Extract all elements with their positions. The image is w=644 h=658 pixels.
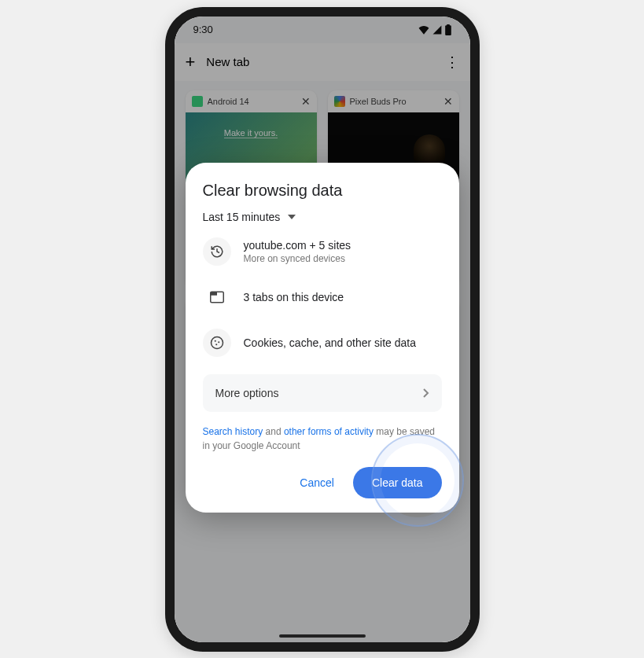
more-options-label: More options	[215, 387, 279, 399]
item-primary: youtube.com + 5 sites	[244, 239, 351, 252]
clear-data-button[interactable]: Clear data	[353, 467, 442, 498]
search-history-link[interactable]: Search history	[203, 426, 263, 437]
history-icon	[203, 237, 231, 266]
history-item: youtube.com + 5 sites More on synced dev…	[203, 237, 442, 266]
activity-link[interactable]: other forms of activity	[284, 426, 374, 437]
tabs-item: 3 tabs on this device	[203, 283, 442, 311]
dialog-title: Clear browsing data	[203, 182, 442, 200]
svg-point-7	[215, 344, 217, 345]
chevron-down-icon	[288, 215, 296, 219]
tab-icon	[203, 283, 231, 311]
cancel-button[interactable]: Cancel	[295, 470, 339, 495]
phone-frame: 9:30 + New tab ⋮ Android 14 ✕ Make it yo…	[165, 7, 480, 652]
svg-point-6	[218, 341, 219, 343]
cookie-icon	[203, 329, 231, 357]
item-secondary: More on synced devices	[244, 253, 351, 264]
item-primary: Cookies, cache, and other site data	[244, 336, 416, 349]
item-primary: 3 tabs on this device	[244, 291, 344, 303]
time-range-label: Last 15 minutes	[203, 211, 281, 223]
time-range-dropdown[interactable]: Last 15 minutes	[203, 211, 442, 223]
clear-browsing-data-dialog: Clear browsing data Last 15 minutes yout…	[186, 163, 459, 513]
nav-handle[interactable]	[279, 634, 366, 638]
more-options-button[interactable]: More options	[203, 374, 442, 412]
account-notice: Search history and other forms of activi…	[203, 425, 442, 453]
chevron-right-icon	[423, 388, 429, 398]
svg-point-4	[211, 336, 223, 348]
svg-rect-3	[210, 292, 216, 296]
phone-screen: 9:30 + New tab ⋮ Android 14 ✕ Make it yo…	[175, 17, 470, 642]
svg-point-5	[214, 340, 215, 341]
cookies-item: Cookies, cache, and other site data	[203, 329, 442, 357]
dialog-actions: Cancel Clear data	[203, 467, 442, 498]
